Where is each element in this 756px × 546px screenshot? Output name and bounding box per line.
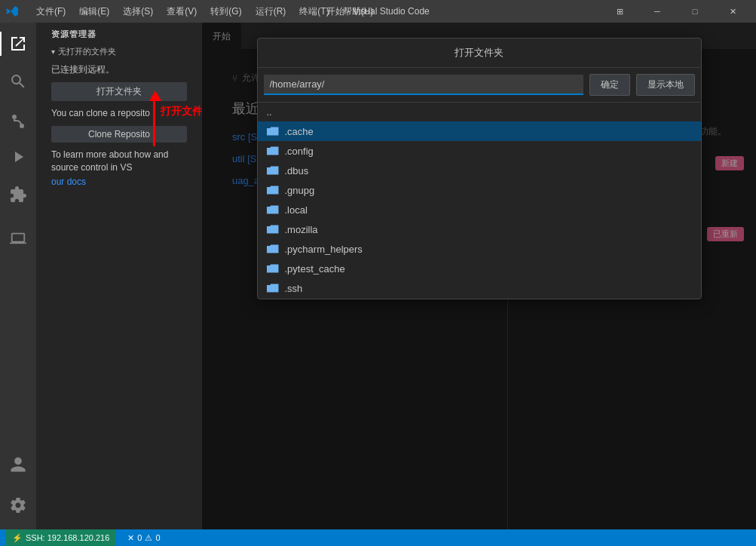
main-layout: 资源管理器 无打开的文件夹 已连接到远程。 打开文件夹 You can clon… — [0, 23, 756, 529]
open-folder-dialog: 打开文件夹 确定 显示本地 .. .cache .co — [257, 38, 702, 299]
folder-icon — [267, 223, 279, 235]
clone-repo-button[interactable]: Clone Reposito — [51, 126, 187, 143]
folder-path-input[interactable] — [264, 75, 583, 95]
list-item-name: .gnupg — [285, 185, 315, 196]
activity-account-icon[interactable] — [0, 449, 36, 486]
activity-remote-icon[interactable] — [0, 220, 36, 256]
folder-icon — [267, 145, 279, 157]
menu-edit[interactable]: 编辑(E) — [73, 4, 115, 20]
list-item-name: .pytest_cache — [285, 263, 345, 275]
window-controls: ⊞ ─ □ ✕ — [602, 0, 750, 23]
menu-file[interactable]: 文件(F) — [30, 4, 72, 20]
dialog-parent-dir[interactable]: .. — [258, 103, 701, 121]
list-item-name: .cache — [285, 126, 314, 137]
folder-icon — [267, 125, 279, 137]
dialog-confirm-button[interactable]: 确定 — [589, 74, 630, 96]
status-remote[interactable]: ⚡ SSH: 192.168.120.216 — [6, 529, 115, 546]
sidebar-clone-text: You can clone a reposito — [36, 104, 202, 123]
sidebar-section-title[interactable]: 无打开的文件夹 — [36, 43, 202, 60]
list-item-name: .ssh — [285, 283, 303, 294]
open-folder-button[interactable]: 打开文件夹 — [51, 82, 187, 101]
dialog-local-button[interactable]: 显示本地 — [636, 74, 695, 96]
list-item[interactable]: .local — [258, 200, 701, 219]
sidebar: 资源管理器 无打开的文件夹 已连接到远程。 打开文件夹 You can clon… — [36, 23, 202, 529]
list-item-name: .pycharm_helpers — [285, 244, 363, 255]
list-item-name: .dbus — [285, 165, 309, 176]
activity-extensions-icon[interactable] — [0, 176, 36, 213]
list-item[interactable]: .gnupg — [258, 180, 701, 200]
warning-icon: ⚠ — [145, 533, 152, 543]
list-item-name: .local — [285, 204, 308, 216]
close-button[interactable]: ✕ — [715, 0, 750, 23]
dialog-file-list: .. .cache .config .dbus — [258, 103, 701, 299]
activity-search-icon[interactable] — [0, 63, 36, 100]
list-item[interactable]: .pycharm_helpers — [258, 239, 701, 259]
menu-view[interactable]: 查看(V) — [161, 4, 203, 20]
activity-bar — [0, 23, 36, 529]
activity-explorer-icon[interactable] — [0, 26, 36, 62]
list-item[interactable]: .pytest_cache — [258, 259, 701, 278]
status-remote-label: SSH: 192.168.120.216 — [26, 533, 109, 542]
list-item-name: .config — [285, 146, 314, 157]
vscode-logo-icon — [6, 5, 18, 17]
sidebar-learn-text: To learn more about how and source contr… — [36, 146, 202, 177]
folder-icon — [267, 282, 279, 294]
folder-icon — [267, 262, 279, 275]
menu-run[interactable]: 运行(R) — [249, 4, 292, 20]
menu-select[interactable]: 选择(S) — [117, 4, 159, 20]
folder-icon — [267, 204, 279, 216]
list-item[interactable]: .cache — [258, 121, 701, 141]
dialog-input-row: 确定 显示本地 — [258, 68, 701, 103]
dialog-title: 打开文件夹 — [258, 38, 701, 68]
remote-icon-status: ⚡ — [12, 533, 23, 543]
docs-link[interactable]: our docs — [36, 176, 202, 187]
error-icon: ✕ — [127, 533, 134, 543]
warning-count: 0 — [155, 533, 160, 542]
split-editor-button[interactable]: ⊞ — [602, 0, 637, 23]
activity-settings-icon[interactable] — [0, 487, 36, 523]
maximize-button[interactable]: □ — [678, 0, 712, 23]
sidebar-header: 资源管理器 — [36, 23, 202, 43]
minimize-button[interactable]: ─ — [640, 0, 675, 23]
error-count: 0 — [137, 533, 142, 542]
title-bar: 文件(F) 编辑(E) 选择(S) 查看(V) 转到(G) 运行(R) 终端(T… — [0, 0, 756, 23]
folder-icon — [267, 164, 279, 176]
sidebar-connected-label: 已连接到远程。 — [36, 60, 202, 79]
folder-icon — [267, 184, 279, 196]
activity-run-icon[interactable] — [0, 139, 36, 175]
list-item[interactable]: .ssh — [258, 278, 701, 298]
list-item[interactable]: .vim — [258, 298, 701, 299]
title-bar-left: 文件(F) 编辑(E) 选择(S) 查看(V) 转到(G) 运行(R) 终端(T… — [6, 4, 379, 20]
activity-source-control-icon[interactable] — [0, 101, 36, 137]
list-item[interactable]: .config — [258, 141, 701, 161]
status-errors[interactable]: ✕ 0 ⚠ 0 — [124, 533, 163, 543]
menu-goto[interactable]: 转到(G) — [204, 4, 247, 20]
list-item[interactable]: .mozilla — [258, 219, 701, 239]
list-item[interactable]: .dbus — [258, 161, 701, 180]
status-bar: ⚡ SSH: 192.168.120.216 ✕ 0 ⚠ 0 — [0, 529, 756, 546]
window-title: 开始 - Visual Studio Code — [326, 5, 430, 18]
folder-icon — [267, 243, 279, 255]
list-item-name: .mozilla — [285, 224, 318, 235]
dialog-overlay: 打开文件夹 确定 显示本地 .. .cache .co — [202, 23, 756, 529]
main-content: 打开文件夹 确定 显示本地 .. .cache .co — [202, 23, 756, 529]
